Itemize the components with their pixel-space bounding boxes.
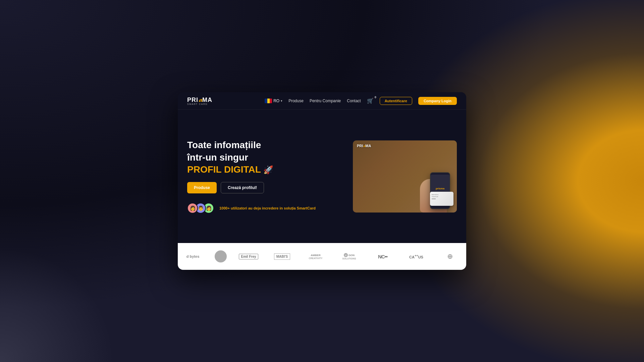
nav-produse[interactable]: Produse bbox=[288, 99, 304, 103]
image-logo-z: 𝓪 bbox=[363, 144, 365, 148]
company-login-button[interactable]: Company Login bbox=[418, 97, 457, 105]
hero-title-line2: într-un singur bbox=[187, 152, 248, 163]
hero-title: Toate infomațiile într-un singur PROFIL … bbox=[187, 139, 343, 176]
hero-title-line1: Toate infomațiile bbox=[187, 140, 261, 150]
card-text: AutentificatSmartCard▬▬▬ bbox=[430, 192, 453, 202]
rocket-icon: 🚀 bbox=[263, 165, 273, 174]
cart-badge: 0 bbox=[375, 96, 376, 99]
logo-subtitle: SMART CARD bbox=[187, 103, 212, 105]
social-proof: 👩 👨 👩 1000+ utilizatori au deja increder… bbox=[187, 203, 343, 214]
avatars: 👩 👨 👩 bbox=[187, 203, 211, 214]
cart-button[interactable]: 🛒 0 bbox=[367, 98, 374, 104]
partner-d-bytes: d bytes bbox=[181, 254, 205, 258]
partner-circle-gray bbox=[215, 250, 227, 262]
avatar-1: 👩 bbox=[187, 203, 198, 214]
nav-contact[interactable]: Contact bbox=[347, 99, 361, 103]
auth-button[interactable]: Autentificare bbox=[380, 97, 412, 105]
social-count: 1000+ utilizatori au deja incredere in s… bbox=[219, 206, 316, 210]
logo-z: 𝓪 bbox=[198, 97, 202, 103]
hero-left: Toate infomațiile într-un singur PROFIL … bbox=[187, 139, 343, 213]
hero-title-highlight: PROFIL DIGITAL 🚀 bbox=[187, 164, 343, 176]
navbar: PRI𝓪MA SMART CARD RO ▾ Produse Pentru Co… bbox=[178, 92, 466, 110]
business-card: AutentificatSmartCard▬▬▬ bbox=[430, 192, 453, 206]
logo-text: PRI𝓪MA bbox=[187, 97, 212, 104]
lang-label: RO bbox=[273, 99, 279, 103]
language-selector[interactable]: RO ▾ bbox=[265, 99, 282, 103]
partner-cattus: CA++US bbox=[405, 254, 428, 259]
browser-window: PRI𝓪MA SMART CARD RO ▾ Produse Pentru Co… bbox=[178, 92, 466, 270]
hero-image: PRI𝓪MA prisma AutentificatSmartCard▬▬▬ bbox=[353, 140, 457, 213]
partner-emil-frey: Emil Frey bbox=[237, 254, 260, 259]
partners-strip: d bytes Emil Frey MABI'S AMBER CREATIVIT… bbox=[178, 243, 466, 270]
nav-companie[interactable]: Pentru Companie bbox=[310, 99, 341, 103]
chevron-down-icon: ▾ bbox=[281, 99, 282, 103]
hero-buttons: Produse Crează profilul! bbox=[187, 182, 343, 193]
cart-icon: 🛒 bbox=[367, 98, 374, 104]
hand-phone-illustration: prisma AutentificatSmartCard▬▬▬ bbox=[390, 152, 457, 213]
nav-links: RO ▾ Produse Pentru Companie Contact 🛒 0… bbox=[265, 97, 457, 105]
image-logo-text: PRI𝓪MA bbox=[357, 144, 371, 148]
partner-last: ⊕ bbox=[438, 252, 462, 260]
partner-mabis: MABI'S bbox=[270, 253, 294, 260]
produse-button[interactable]: Produse bbox=[187, 182, 217, 193]
partner-nc: NC•• bbox=[371, 254, 394, 259]
logo[interactable]: PRI𝓪MA SMART CARD bbox=[187, 97, 212, 105]
social-text: 1000+ utilizatori au deja incredere in s… bbox=[219, 206, 316, 210]
partner-amber: AMBER CREATIVITY bbox=[304, 254, 327, 259]
hero-section: Toate infomațiile într-un singur PROFIL … bbox=[178, 110, 466, 243]
flag-icon bbox=[265, 99, 272, 103]
image-logo: PRI𝓪MA bbox=[357, 144, 371, 148]
creeaza-button[interactable]: Crează profilul! bbox=[221, 182, 264, 193]
partner-ugon: UGON SOLUTIONS bbox=[337, 253, 361, 260]
